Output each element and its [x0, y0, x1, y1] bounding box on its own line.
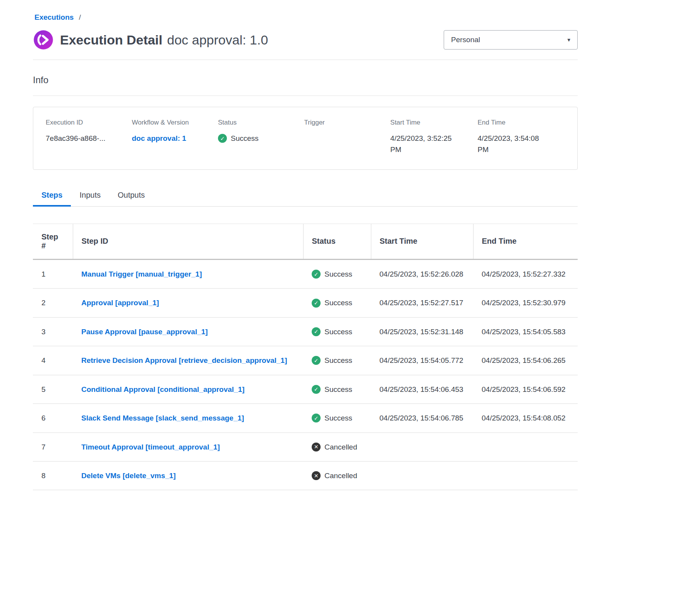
step-start-time: [371, 433, 473, 461]
step-end-time: 04/25/2023, 15:54:08.052: [473, 404, 578, 433]
step-link[interactable]: Timeout Approval [timeout_approval_1]: [81, 443, 220, 451]
workflow-version-link[interactable]: doc approval: 1: [132, 134, 186, 142]
table-row: 5 Conditional Approval [conditional_appr…: [33, 375, 578, 403]
step-status: Cancelled: [324, 441, 357, 453]
title-row: Execution Detail doc approval: 1.0 Perso…: [33, 29, 578, 50]
step-start-time: 04/25/2023, 15:52:31.148: [371, 317, 473, 346]
info-label: Execution ID: [46, 119, 123, 127]
page-subtitle: doc approval: 1.0: [167, 32, 268, 48]
step-end-time: [473, 461, 578, 490]
info-field-workflow-version: Workflow & Version doc approval: 1: [132, 119, 218, 144]
info-field-start-time: Start Time 4/25/2023, 3:52:25 PM: [390, 119, 477, 156]
step-end-time: 04/25/2023, 15:52:30.979: [473, 289, 578, 317]
scope-dropdown-value: Personal: [451, 36, 480, 44]
success-icon: ✓: [312, 385, 321, 394]
step-status: Success: [324, 326, 352, 337]
info-field-status: Status ✓ Success: [218, 119, 304, 144]
step-start-time: [371, 461, 473, 490]
step-status: Cancelled: [324, 470, 357, 481]
table-row: 7 Timeout Approval [timeout_approval_1] …: [33, 433, 578, 461]
info-field-end-time: End Time 4/25/2023, 3:54:08 PM: [478, 119, 565, 156]
col-header-step-num: Step #: [33, 224, 73, 259]
scope-dropdown[interactable]: Personal ▾: [444, 30, 578, 50]
status-value: Success: [231, 133, 259, 144]
step-link[interactable]: Manual Trigger [manual_trigger_1]: [81, 270, 202, 278]
step-end-time: [473, 433, 578, 461]
col-header-end-time: End Time: [473, 224, 578, 259]
step-link[interactable]: Pause Approval [pause_approval_1]: [81, 328, 208, 336]
success-icon: ✓: [312, 299, 321, 308]
info-label: Start Time: [390, 119, 468, 127]
tab-inputs[interactable]: Inputs: [71, 187, 109, 207]
table-row: 2 Approval [approval_1] ✓Success 04/25/2…: [33, 289, 578, 317]
page-heading: Execution Detail doc approval: 1.0: [60, 32, 268, 48]
execution-detail-page: Executions / Execution Detail doc approv…: [33, 0, 578, 490]
step-end-time: 04/25/2023, 15:54:05.583: [473, 317, 578, 346]
info-label: Workflow & Version: [132, 119, 209, 127]
info-label: Status: [218, 119, 295, 127]
col-header-step-id: Step ID: [73, 224, 303, 259]
step-num: 4: [33, 346, 73, 375]
page-title: Execution Detail: [60, 32, 163, 48]
detail-tabs: Steps Inputs Outputs: [33, 187, 578, 207]
step-end-time: 04/25/2023, 15:52:27.332: [473, 259, 578, 288]
workflow-logo-icon: [33, 29, 54, 50]
divider: [33, 60, 578, 60]
success-icon: ✓: [312, 356, 321, 365]
tab-outputs[interactable]: Outputs: [109, 187, 153, 207]
end-time-value: 4/25/2023, 3:54:08 PM: [478, 133, 551, 156]
step-link[interactable]: Approval [approval_1]: [81, 299, 159, 307]
step-status: Success: [324, 297, 352, 308]
tab-steps[interactable]: Steps: [33, 187, 71, 207]
table-row: 6 Slack Send Message [slack_send_message…: [33, 404, 578, 433]
step-link[interactable]: Conditional Approval [conditional_approv…: [81, 385, 245, 393]
table-row: 1 Manual Trigger [manual_trigger_1] ✓Suc…: [33, 259, 578, 288]
info-section-title: Info: [33, 75, 578, 85]
step-start-time: 04/25/2023, 15:52:26.028: [371, 259, 473, 288]
step-num: 7: [33, 433, 73, 461]
step-status: Success: [324, 412, 352, 424]
step-start-time: 04/25/2023, 15:52:27.517: [371, 289, 473, 317]
info-field-execution-id: Execution ID 7e8ac396-a868-...: [46, 119, 132, 144]
step-link[interactable]: Retrieve Decision Approval [retrieve_dec…: [81, 356, 287, 364]
success-icon: ✓: [312, 327, 321, 336]
step-end-time: 04/25/2023, 15:54:06.265: [473, 346, 578, 375]
success-icon: ✓: [218, 134, 227, 143]
table-header-row: Step # Step ID Status Start Time End Tim…: [33, 224, 578, 259]
step-status: Success: [324, 384, 352, 395]
step-num: 6: [33, 404, 73, 433]
execution-id-value: 7e8ac396-a868-...: [46, 133, 119, 144]
start-time-value: 4/25/2023, 3:52:25 PM: [390, 133, 464, 156]
col-header-status: Status: [303, 224, 371, 259]
breadcrumb-separator: /: [79, 13, 81, 21]
breadcrumb-executions-link[interactable]: Executions: [34, 13, 74, 21]
chevron-down-icon: ▾: [567, 36, 570, 43]
step-num: 8: [33, 461, 73, 490]
step-link[interactable]: Slack Send Message [slack_send_message_1…: [81, 414, 244, 422]
col-header-start-time: Start Time: [371, 224, 473, 259]
table-row: 4 Retrieve Decision Approval [retrieve_d…: [33, 346, 578, 375]
step-status: Success: [324, 268, 352, 280]
breadcrumb: Executions /: [34, 13, 578, 22]
info-field-trigger: Trigger: [304, 119, 391, 133]
info-card: Execution ID 7e8ac396-a868-... Workflow …: [33, 107, 578, 170]
step-link[interactable]: Delete VMs [delete_vms_1]: [81, 472, 176, 480]
step-end-time: 04/25/2023, 15:54:06.592: [473, 375, 578, 403]
cancelled-icon: ✕: [312, 471, 321, 480]
step-num: 2: [33, 289, 73, 317]
table-row: 3 Pause Approval [pause_approval_1] ✓Suc…: [33, 317, 578, 346]
success-icon: ✓: [312, 414, 321, 422]
cancelled-icon: ✕: [312, 443, 321, 451]
step-status: Success: [324, 355, 352, 366]
step-num: 3: [33, 317, 73, 346]
success-icon: ✓: [312, 270, 321, 279]
step-start-time: 04/25/2023, 15:54:05.772: [371, 346, 473, 375]
step-num: 5: [33, 375, 73, 403]
table-row: 8 Delete VMs [delete_vms_1] ✕Cancelled: [33, 461, 578, 490]
divider: [33, 96, 578, 96]
info-label: Trigger: [304, 119, 381, 127]
steps-table: Step # Step ID Status Start Time End Tim…: [33, 224, 578, 491]
step-start-time: 04/25/2023, 15:54:06.453: [371, 375, 473, 403]
info-label: End Time: [478, 119, 556, 127]
step-start-time: 04/25/2023, 15:54:06.785: [371, 404, 473, 433]
